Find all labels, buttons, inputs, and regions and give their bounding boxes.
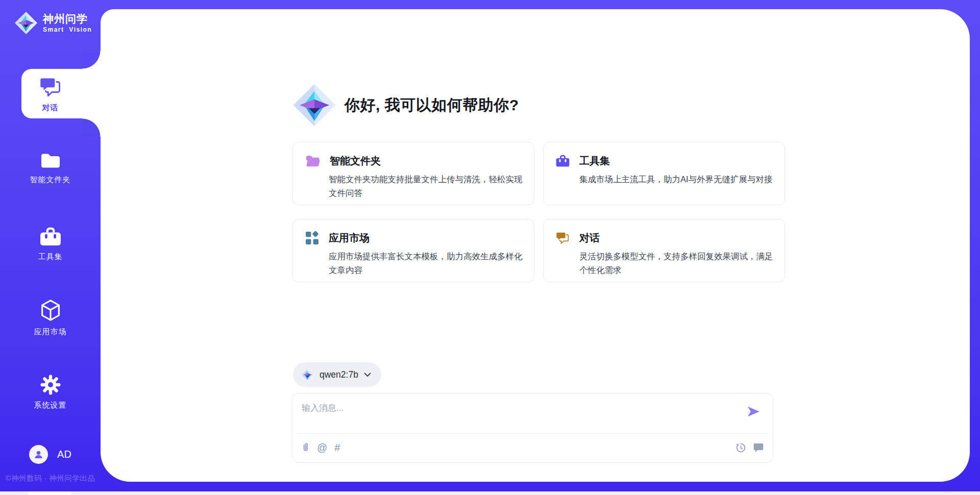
paperclip-icon [301,441,310,453]
chat-icon [753,443,764,453]
sidebar-item-toolset[interactable]: 工具集 [0,227,101,262]
greeting-text: 你好, 我可以如何帮助你? [345,95,519,116]
avatar [29,445,48,464]
hashtag-icon[interactable]: # [334,442,340,453]
brand-diamond-icon [292,83,336,127]
message-composer: @ # [292,393,773,463]
user-chip[interactable]: AD [0,445,101,464]
bubble-fillet-top [82,51,101,69]
sidebar-item-settings[interactable]: 系统设置 [0,375,101,410]
send-button[interactable] [747,405,761,418]
sidebar-item-smart-folder[interactable]: 智能文件夹 [0,152,101,185]
folder-open-icon [305,155,320,167]
card-description: 应用市场提供丰富长文本模板，助力高效生成多样化文章内容 [329,250,524,277]
sidebar-item-app-market[interactable]: 应用市场 [0,299,101,337]
sidebar: 神州问学 Smart Vision 对话 智能文件夹 [0,0,101,491]
sidebar-item-chat[interactable]: 对话 [0,77,101,113]
folder-icon [40,153,61,169]
toolbox-icon [40,227,61,246]
mention-icon[interactable]: @ [317,442,327,453]
page-scrollbar-thumb[interactable] [28,491,71,495]
model-name: qwen2:7b [320,369,358,380]
bubble-fillet-bottom [82,118,101,137]
brand-diamond-icon [301,368,314,381]
feature-cards: 智能文件夹 智能文件夹功能支持批量文件上传与清洗，轻松实现文件问答 工具集 集成… [292,142,774,282]
card-title: 工具集 [579,154,610,168]
user-initials: AD [57,449,71,460]
brand-diamond-icon [14,11,38,35]
history-icon [736,442,746,453]
person-icon [33,449,44,460]
card-smart-folder[interactable]: 智能文件夹 智能文件夹功能支持批量文件上传与清洗，轻松实现文件问答 [292,142,534,205]
attach-file-button[interactable] [301,441,310,453]
send-icon [747,405,761,418]
card-description: 智能文件夹功能支持批量文件上传与清洗，轻松实现文件问答 [329,172,524,200]
quick-chat-button[interactable] [753,443,764,453]
composer-divider [297,433,769,434]
brand: 神州问学 Smart Vision [14,11,92,35]
grid-icon [305,231,319,245]
sidebar-footer: ©神州数码 · 神州问学出品 [0,474,101,483]
card-chat[interactable]: 对话 灵活切换多模型文件，支持多样回复效果调试，满足个性化需求 [543,219,785,282]
message-input[interactable] [298,398,716,419]
brand-subtitle: Smart Vision [43,26,92,33]
gear-icon [40,375,61,395]
sidebar-item-label: 智能文件夹 [0,175,101,185]
sidebar-item-label: 应用市场 [0,327,101,337]
chat-bubbles-icon [39,77,62,97]
card-toolset[interactable]: 工具集 集成市场上主流工具，助力AI与外界无缝扩展与对接 [543,142,785,205]
sidebar-item-label: 对话 [0,103,101,113]
sidebar-item-label: 系统设置 [0,401,101,410]
card-title: 对话 [579,231,600,245]
chevron-down-icon [364,373,371,377]
cube-icon [40,299,61,321]
history-button[interactable] [736,442,746,453]
brand-name: 神州问学 [43,13,92,25]
sidebar-item-label: 工具集 [0,252,101,262]
greeting-row: 你好, 我可以如何帮助你? [292,83,519,127]
card-app-market[interactable]: 应用市场 应用市场提供丰富长文本模板，助力高效生成多样化文章内容 [292,219,534,282]
model-selector[interactable]: qwen2:7b [293,362,381,387]
page-scrollbar-track [0,491,980,495]
card-title: 应用市场 [329,231,370,245]
card-description: 灵活切换多模型文件，支持多样回复效果调试，满足个性化需求 [579,250,774,277]
toolbox-icon [556,155,570,167]
chat-bubbles-icon [556,232,570,244]
card-title: 智能文件夹 [330,154,381,168]
main-panel: 你好, 我可以如何帮助你? 智能文件夹 智能文件夹功能支持批量文件上传与清洗，轻… [101,9,970,482]
card-description: 集成市场上主流工具，助力AI与外界无缝扩展与对接 [579,172,774,186]
